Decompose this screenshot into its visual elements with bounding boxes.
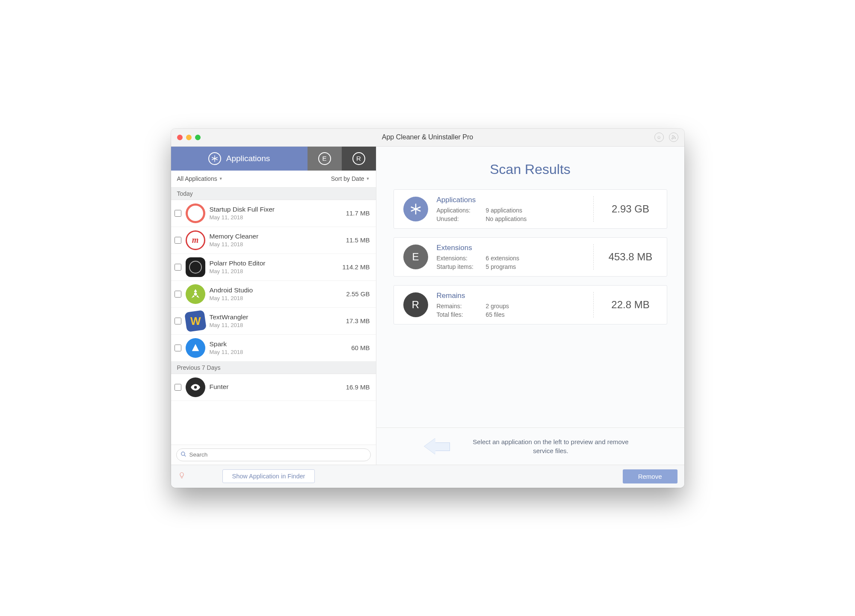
chevron-down-icon: ▼ <box>219 177 223 181</box>
app-date: May 11, 2018 <box>210 322 342 328</box>
list-item[interactable]: Spark May 11, 2018 60 MB <box>171 335 376 362</box>
app-icon: W <box>184 310 207 332</box>
kv-key: Unused: <box>437 215 486 222</box>
card-title: Extensions <box>437 244 585 252</box>
search-input[interactable] <box>176 448 371 461</box>
app-size: 17.3 MB <box>346 317 370 324</box>
app-date: May 11, 2018 <box>210 349 347 355</box>
svg-point-3 <box>181 452 184 455</box>
card-title: Remains <box>437 292 585 300</box>
category-tabs: Applications E R <box>171 147 376 171</box>
app-size: 60 MB <box>351 344 370 351</box>
tab-applications[interactable]: Applications <box>171 147 308 171</box>
main-panel: Scan Results Applications Applications: … <box>376 147 684 465</box>
app-date: May 11, 2018 <box>210 214 342 221</box>
search-icon <box>180 451 186 458</box>
kv-val: 2 groups <box>486 303 585 309</box>
extensions-icon: E <box>403 245 428 269</box>
app-name: Funter <box>210 383 342 391</box>
list-item[interactable]: Funter 16.9 MB <box>171 374 376 401</box>
extensions-icon: E <box>318 152 331 165</box>
app-size: 16.9 MB <box>346 383 370 391</box>
kv-key: Total files: <box>437 311 486 318</box>
app-icon <box>186 203 205 223</box>
app-icon <box>186 284 205 304</box>
sidebar: Applications E R All Applications ▼ Sort… <box>171 147 376 465</box>
bottom-bar: Show Application in Finder Remove <box>171 465 684 488</box>
app-date: May 11, 2018 <box>210 241 342 248</box>
select-checkbox[interactable] <box>175 237 181 244</box>
card-applications[interactable]: Applications Applications: 9 application… <box>393 189 667 229</box>
card-extensions[interactable]: E Extensions Extensions: 6 extensions St… <box>393 237 667 277</box>
tab-extensions[interactable]: E <box>308 147 342 171</box>
app-icon: m <box>186 230 205 250</box>
card-size: 2.93 GB <box>593 196 657 222</box>
kv-val: 65 files <box>486 311 585 318</box>
applications-icon <box>403 197 428 221</box>
app-list: Today Startup Disk Full Fixer May 11, 20… <box>171 188 376 445</box>
app-date: May 11, 2018 <box>210 295 342 301</box>
app-name: Spark <box>210 340 347 348</box>
kv-key: Remains: <box>437 303 486 309</box>
app-window: App Cleaner & Uninstaller Pro ☺ Applicat… <box>171 129 684 488</box>
filter-label: All Applications <box>177 175 217 182</box>
svg-point-2 <box>194 386 197 389</box>
select-checkbox[interactable] <box>175 291 181 298</box>
window-title: App Cleaner & Uninstaller Pro <box>171 133 684 141</box>
sort-label: Sort by Date <box>331 175 364 182</box>
card-size: 22.8 MB <box>593 292 657 318</box>
select-checkbox[interactable] <box>175 384 181 391</box>
remains-icon: R <box>352 152 365 165</box>
list-item[interactable]: Startup Disk Full Fixer May 11, 2018 11.… <box>171 200 376 227</box>
titlebar: App Cleaner & Uninstaller Pro ☺ <box>171 129 684 147</box>
applications-icon <box>208 152 221 165</box>
app-size: 2.55 GB <box>346 290 370 298</box>
scan-results-title: Scan Results <box>376 162 684 177</box>
search-wrap <box>171 445 376 465</box>
list-item[interactable]: m Memory Cleaner May 11, 2018 11.5 MB <box>171 227 376 254</box>
hint-bar: Select an application on the left to pre… <box>376 427 684 465</box>
tab-applications-label: Applications <box>226 154 270 163</box>
app-name: TextWrangler <box>210 313 342 321</box>
app-name: Polarr Photo Editor <box>210 259 338 267</box>
app-name: Startup Disk Full Fixer <box>210 206 342 213</box>
list-item[interactable]: Android Studio May 11, 2018 2.55 GB <box>171 281 376 308</box>
select-checkbox[interactable] <box>175 210 181 217</box>
section-today: Today <box>171 188 376 200</box>
show-in-finder-button[interactable]: Show Application in Finder <box>222 469 315 483</box>
app-size: 114.2 MB <box>342 263 370 271</box>
app-icon <box>186 257 205 277</box>
list-item[interactable]: W TextWrangler May 11, 2018 17.3 MB <box>171 308 376 335</box>
app-name: Android Studio <box>210 286 342 294</box>
chevron-down-icon: ▼ <box>366 177 370 181</box>
filter-dropdown[interactable]: All Applications ▼ <box>177 175 223 182</box>
remove-button[interactable]: Remove <box>623 469 677 483</box>
app-size: 11.5 MB <box>346 236 370 244</box>
svg-point-1 <box>194 292 197 295</box>
filter-bar: All Applications ▼ Sort by Date ▼ <box>171 171 376 188</box>
app-icon <box>186 377 205 397</box>
kv-val: 5 programs <box>486 263 585 270</box>
lightbulb-icon[interactable] <box>178 471 186 482</box>
kv-key: Startup items: <box>437 263 486 270</box>
list-item[interactable]: Polarr Photo Editor May 11, 2018 114.2 M… <box>171 254 376 281</box>
kv-val: 6 extensions <box>486 255 585 262</box>
sort-dropdown[interactable]: Sort by Date ▼ <box>331 175 370 182</box>
remains-icon: R <box>403 292 428 317</box>
tab-remains[interactable]: R <box>342 147 376 171</box>
kv-val: 9 applications <box>486 207 585 214</box>
arrow-left-icon <box>424 438 450 454</box>
card-remains[interactable]: R Remains Remains: 2 groups Total files:… <box>393 285 667 324</box>
kv-key: Extensions: <box>437 255 486 262</box>
kv-val: No applications <box>486 215 585 222</box>
app-date: May 11, 2018 <box>210 268 338 274</box>
select-checkbox[interactable] <box>175 345 181 351</box>
hint-text: Select an application on the left to pre… <box>465 437 636 455</box>
select-checkbox[interactable] <box>175 318 181 324</box>
app-name: Memory Cleaner <box>210 233 342 240</box>
card-title: Applications <box>437 196 585 204</box>
select-checkbox[interactable] <box>175 264 181 271</box>
app-icon <box>186 338 205 358</box>
kv-key: Applications: <box>437 207 486 214</box>
app-size: 11.7 MB <box>346 209 370 217</box>
